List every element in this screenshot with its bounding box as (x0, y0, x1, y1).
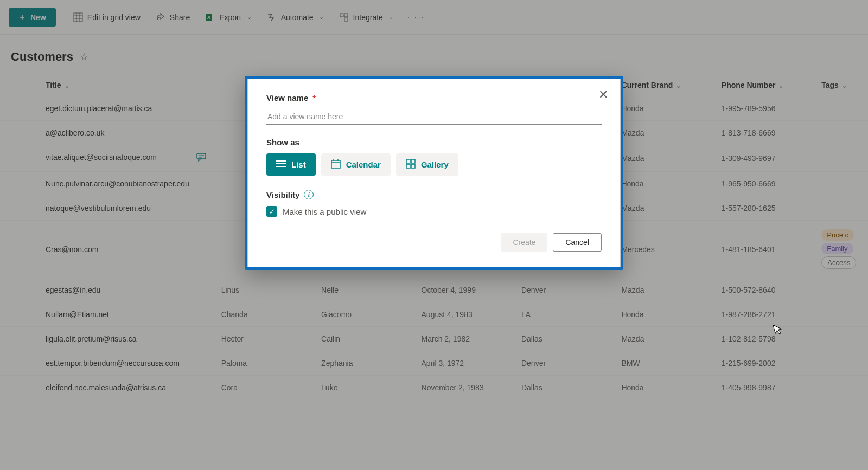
cursor-icon (773, 322, 786, 339)
close-button[interactable]: ✕ (595, 87, 611, 103)
option-calendar-label: Calendar (346, 160, 381, 169)
required-asterisk: * (312, 93, 316, 102)
calendar-icon (331, 159, 341, 170)
visibility-label: Visibility i (266, 190, 602, 199)
view-name-input[interactable] (266, 109, 602, 125)
modal-overlay: ✕ View name * Show as List Calen (0, 0, 868, 470)
option-list-button[interactable]: List (266, 153, 316, 176)
gallery-icon (406, 159, 416, 170)
modal-highlight-border: ✕ View name * Show as List Calen (245, 76, 623, 270)
option-gallery-button[interactable]: Gallery (396, 153, 458, 176)
svg-rect-21 (411, 159, 415, 163)
create-view-dialog: ✕ View name * Show as List Calen (247, 79, 621, 267)
view-name-label: View name * (266, 93, 602, 102)
option-calendar-button[interactable]: Calendar (321, 153, 391, 176)
public-view-label: Make this a public view (283, 207, 366, 216)
show-as-label: Show as (266, 138, 602, 147)
check-icon: ✓ (269, 208, 275, 216)
list-icon (276, 160, 286, 169)
show-as-segmented: List Calendar Gallery (266, 153, 602, 176)
close-icon: ✕ (598, 88, 608, 101)
public-view-row: ✓ Make this a public view (266, 206, 602, 217)
info-icon[interactable]: i (304, 190, 314, 199)
svg-rect-22 (406, 164, 410, 168)
svg-rect-20 (406, 159, 410, 163)
dialog-buttons: Create Cancel (266, 233, 602, 252)
svg-rect-16 (331, 160, 340, 168)
option-gallery-label: Gallery (421, 160, 449, 169)
create-button[interactable]: Create (501, 233, 547, 252)
option-list-label: List (291, 160, 306, 169)
cancel-button[interactable]: Cancel (553, 233, 602, 252)
svg-rect-23 (411, 164, 415, 168)
public-view-checkbox[interactable]: ✓ (266, 206, 277, 217)
